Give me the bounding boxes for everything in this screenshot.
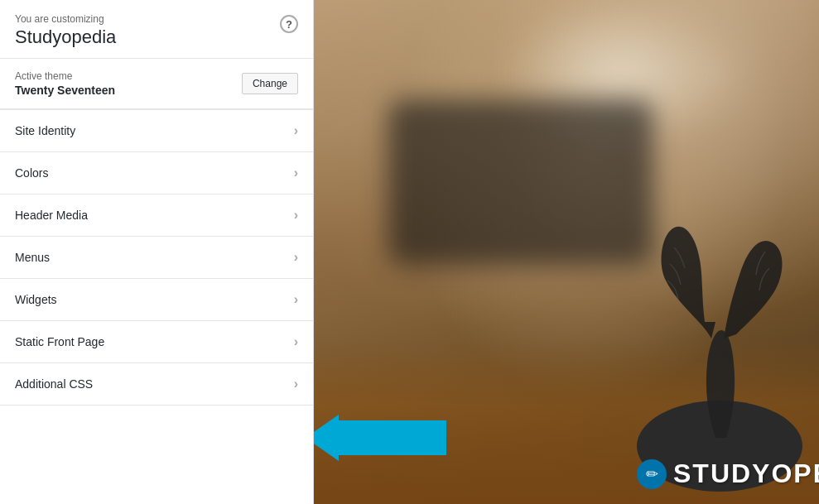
brand-icon: ✏: [637, 459, 667, 489]
sidebar-item-label-menus: Menus: [15, 251, 50, 264]
sidebar-item-widgets[interactable]: Widgets›: [0, 279, 313, 321]
sidebar-item-static-front-page[interactable]: Static Front Page›: [0, 321, 313, 363]
brand-text: STUDYOPEDIA: [673, 458, 819, 489]
preview-area: ✏ STUDYOPEDIA: [314, 0, 819, 504]
arrow-body: [339, 420, 446, 455]
nav-items-container: Site Identity›Colors›Header Media›Menus›…: [0, 110, 313, 406]
change-theme-button[interactable]: Change: [242, 73, 298, 94]
arrow-head: [314, 415, 339, 461]
sidebar-item-label-colors: Colors: [15, 166, 48, 180]
brand-icon-symbol: ✏: [646, 465, 658, 483]
customizing-label: You are customizing: [15, 13, 116, 25]
arrow-annotation: [314, 415, 446, 461]
chevron-icon-header-media: ›: [294, 208, 298, 223]
chevron-icon-widgets: ›: [294, 292, 298, 307]
sidebar-item-label-widgets: Widgets: [15, 293, 57, 306]
plant-illustration: [587, 190, 819, 504]
chevron-icon-additional-css: ›: [294, 377, 298, 391]
sidebar-item-label-static-front-page: Static Front Page: [15, 335, 104, 348]
chevron-icon-colors: ›: [294, 166, 298, 180]
sidebar-item-additional-css[interactable]: Additional CSS›: [0, 363, 313, 406]
chevron-icon-static-front-page: ›: [294, 334, 298, 349]
sidebar-item-menus[interactable]: Menus›: [0, 237, 313, 279]
arrow-shape: [314, 415, 446, 461]
help-icon[interactable]: ?: [280, 15, 298, 33]
site-title: Studyopedia: [15, 26, 116, 48]
theme-label: Active theme: [15, 70, 115, 82]
chevron-icon-menus: ›: [294, 250, 298, 265]
chevron-icon-site-identity: ›: [294, 123, 298, 138]
sidebar-item-header-media[interactable]: Header Media›: [0, 194, 313, 237]
sidebar-header: You are customizing Studyopedia ?: [0, 0, 313, 59]
theme-section: Active theme Twenty Seventeen Change: [0, 59, 313, 109]
sidebar-item-label-site-identity: Site Identity: [15, 124, 75, 137]
sidebar-item-label-additional-css: Additional CSS: [15, 377, 93, 391]
theme-info: Active theme Twenty Seventeen: [15, 70, 115, 97]
preview-background: ✏ STUDYOPEDIA: [314, 0, 819, 504]
sidebar-item-site-identity[interactable]: Site Identity›: [0, 110, 313, 152]
customizer-sidebar: You are customizing Studyopedia ? Active…: [0, 0, 314, 504]
bottom-brand: ✏ STUDYOPEDIA: [637, 458, 819, 489]
sidebar-item-label-header-media: Header Media: [15, 209, 88, 222]
sidebar-item-colors[interactable]: Colors›: [0, 152, 313, 194]
theme-name: Twenty Seventeen: [15, 84, 115, 97]
customizing-info: You are customizing Studyopedia: [15, 13, 116, 48]
